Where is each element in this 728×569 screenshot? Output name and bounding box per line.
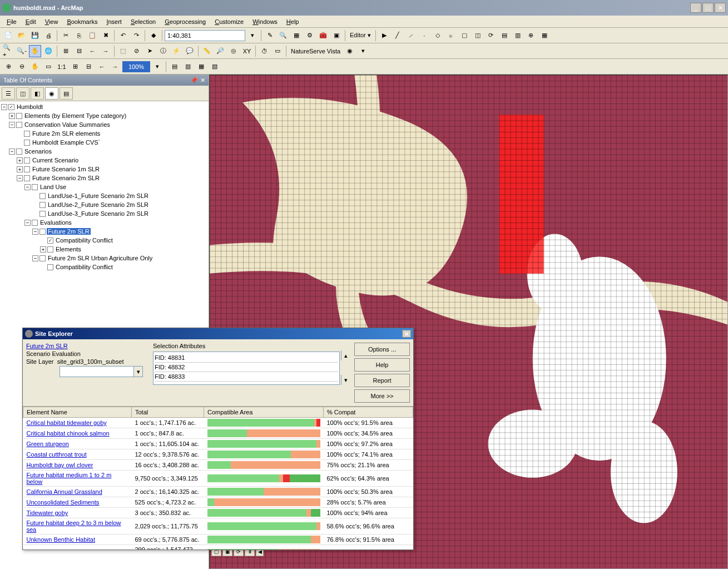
identify-icon[interactable]: ⓘ xyxy=(157,45,169,57)
tree-toggle[interactable]: − xyxy=(17,175,23,181)
scale-dropdown-icon[interactable]: ▾ xyxy=(246,29,259,42)
tree-item[interactable]: Elements xyxy=(55,246,82,253)
tree-root[interactable]: Humboldt xyxy=(16,103,44,110)
table-row[interactable]: Unconsolidated Sediments525 occ's.; 4,72… xyxy=(23,497,413,508)
table-row[interactable]: Future habitat medium 1 to 2 m below9,75… xyxy=(23,471,413,487)
zoom-in-icon[interactable]: 🔍+ xyxy=(2,45,14,57)
hyperlink-icon[interactable]: ⚡ xyxy=(170,45,182,57)
toc-close-icon[interactable]: ✕ xyxy=(200,77,205,84)
layout-forward-icon[interactable]: → xyxy=(109,61,121,73)
select-elements-icon[interactable]: ➤ xyxy=(143,45,156,57)
tree-item-selected[interactable]: Future 2m SLR xyxy=(47,228,91,235)
tree-checkbox[interactable]: ✓ xyxy=(8,104,14,110)
tree-item[interactable]: Future Scenario 1m SLR xyxy=(31,166,101,172)
edit-rotate-icon[interactable]: ⟳ xyxy=(485,29,497,42)
vista-dropdown-icon[interactable]: ▾ xyxy=(357,45,369,57)
menu-selection[interactable]: Selection xyxy=(126,17,160,26)
edit-cut-icon[interactable]: ▢ xyxy=(458,29,471,42)
close-button[interactable]: ✕ xyxy=(715,3,726,13)
tree-item[interactable]: Humboldt Example CVS` xyxy=(31,139,101,146)
tree-checkbox[interactable] xyxy=(16,149,22,155)
help-button[interactable]: Help xyxy=(354,358,410,372)
maximize-button[interactable]: □ xyxy=(702,3,714,13)
tree-item[interactable]: Future 2m SLR Urban Agriculture Only xyxy=(47,255,153,261)
tree-checkbox[interactable] xyxy=(47,246,53,253)
tree-toggle[interactable]: − xyxy=(24,220,31,226)
dialog-close-button[interactable]: ✕ xyxy=(402,330,411,338)
options-button[interactable]: Options ... xyxy=(354,343,410,356)
tree-toggle[interactable]: − xyxy=(24,184,31,190)
tree-toggle[interactable]: − xyxy=(32,229,38,235)
toc-tab-options[interactable]: ▤ xyxy=(60,87,73,100)
table-row[interactable]: Humboldt bay owl clover16 occ's.; 3,408.… xyxy=(23,460,413,471)
map-scale-input[interactable] xyxy=(165,30,245,41)
measure-icon[interactable]: 📏 xyxy=(201,45,213,57)
editor-dropdown[interactable]: Editor ▾ xyxy=(348,32,373,39)
editor-toolbar-icon[interactable]: ✎ xyxy=(264,29,276,42)
element-name-link[interactable]: Unknown Benthic Habitat xyxy=(27,536,96,543)
table-row[interactable]: Green sturgeon1 occ's.; 11,605.104 ac.10… xyxy=(23,439,413,449)
tree-toggle[interactable]: + xyxy=(9,113,15,119)
find-icon[interactable]: 🔍 xyxy=(277,29,289,42)
tree-checkbox[interactable] xyxy=(24,166,30,172)
toc-pin-icon[interactable]: 📌 xyxy=(190,77,198,84)
tree-toggle[interactable]: + xyxy=(17,157,23,164)
menu-file[interactable]: File xyxy=(2,17,21,26)
table-row[interactable]: Coastal cutthroat trout12 occ's.; 9,378.… xyxy=(23,449,413,460)
results-grid[interactable]: Element Name Total Compatible Area % Com… xyxy=(23,406,413,550)
tree-checkbox[interactable] xyxy=(16,122,22,128)
new-doc-icon[interactable]: 📄 xyxy=(2,29,14,42)
edit-line-icon[interactable]: ╱ xyxy=(392,29,404,42)
goto-xy-icon[interactable]: XY xyxy=(241,45,253,57)
tree-item[interactable]: Conservation Value Summaries xyxy=(23,121,111,128)
col-compat-area[interactable]: Compatible Area xyxy=(204,407,324,418)
select-features-icon[interactable]: ⬚ xyxy=(117,45,129,57)
menu-help[interactable]: Help xyxy=(282,17,304,26)
layout-fixed-out-icon[interactable]: ⊟ xyxy=(82,61,95,73)
menu-geoprocessing[interactable]: Geoprocessing xyxy=(160,17,210,26)
layout-zoom-in-icon[interactable]: ⊕ xyxy=(2,61,14,73)
menu-insert[interactable]: Insert xyxy=(102,17,126,26)
toc-tab-source[interactable]: ◫ xyxy=(16,87,29,100)
tree-item[interactable]: Compatibility Conflict xyxy=(55,264,114,270)
vista-icon[interactable]: ◉ xyxy=(344,45,356,57)
layout-fixed-in-icon[interactable]: ⊞ xyxy=(69,61,81,73)
find-route-icon[interactable]: ◎ xyxy=(227,45,240,57)
change-layout-icon[interactable]: ▦ xyxy=(195,61,207,73)
table-row[interactable]: Critical habitat tidewater goby1 occ's.;… xyxy=(23,418,413,428)
tree-checkbox[interactable]: ✓ xyxy=(47,238,53,244)
tree-item[interactable]: LandUse-3_Future Scenario 2m SLR xyxy=(47,210,150,217)
menu-customize[interactable]: Customize xyxy=(210,17,248,26)
menu-view[interactable]: View xyxy=(41,17,63,26)
tree-item[interactable]: Current Scenario xyxy=(31,157,80,164)
tree-item[interactable]: Land Use xyxy=(39,184,67,190)
tree-checkbox[interactable] xyxy=(24,157,30,164)
tree-toggle[interactable]: − xyxy=(9,122,15,128)
element-name-link[interactable]: Green sturgeon xyxy=(27,441,69,447)
site-layer-combo[interactable]: ▾ xyxy=(60,366,143,377)
fixed-zoom-in-icon[interactable]: ⊞ xyxy=(60,45,72,57)
fixed-zoom-out-icon[interactable]: ⊟ xyxy=(73,45,85,57)
forward-icon[interactable]: → xyxy=(100,45,112,57)
tree-item[interactable]: Scenarios xyxy=(23,148,53,155)
tree-item[interactable]: Evaluations xyxy=(39,219,73,226)
delete-icon[interactable]: ✖ xyxy=(100,29,112,42)
tree-toggle[interactable]: + xyxy=(40,246,46,253)
search-icon[interactable]: ⚙ xyxy=(304,29,316,42)
more-button[interactable]: More >> xyxy=(354,389,410,403)
edit-reshape-icon[interactable]: ⟐ xyxy=(445,29,457,42)
edit-arc-icon[interactable]: ⟋ xyxy=(405,29,417,42)
tree-item[interactable]: Future Scenario 2m SLR xyxy=(31,175,101,181)
full-extent-icon[interactable]: 🌐 xyxy=(42,45,55,57)
dialog-title-bar[interactable]: Site Explorer ✕ xyxy=(23,328,413,339)
menu-bookmarks[interactable]: Bookmarks xyxy=(62,17,102,26)
tree-checkbox[interactable] xyxy=(47,264,53,270)
menu-edit[interactable]: Edit xyxy=(21,17,41,26)
tree-item[interactable]: Elements (by Element Type category) xyxy=(23,112,127,119)
paste-icon[interactable]: 📋 xyxy=(86,29,98,42)
open-icon[interactable]: 📂 xyxy=(16,29,28,42)
edit-sketch-icon[interactable]: ▥ xyxy=(512,29,524,42)
table-row[interactable]: Tidal Marsh299 occ's.; 1,547.472 ac.77.6… xyxy=(23,545,413,550)
redo-icon[interactable]: ↷ xyxy=(130,29,142,42)
element-name-link[interactable]: Critical habitat chinook salmon xyxy=(27,430,110,437)
